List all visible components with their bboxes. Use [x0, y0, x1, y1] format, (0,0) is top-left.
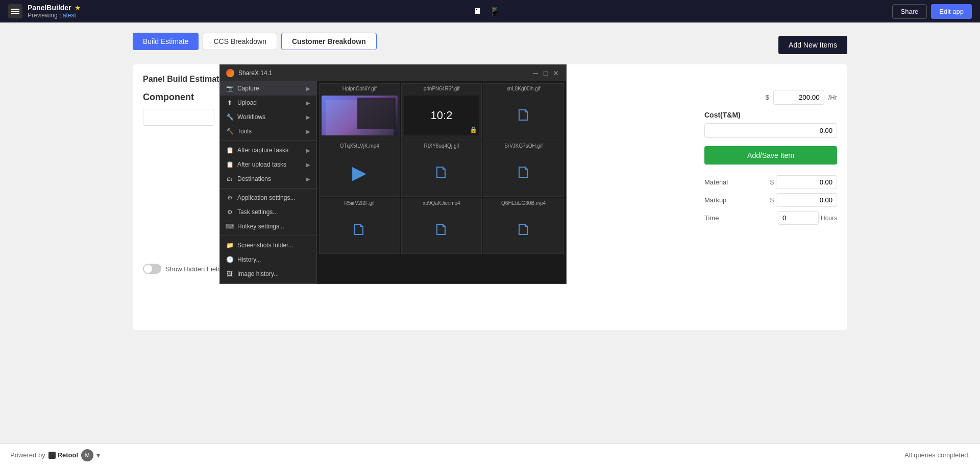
edit-app-button[interactable]: Edit app: [931, 4, 972, 19]
rate-input[interactable]: [773, 90, 824, 105]
workflows-icon: 🔧: [226, 113, 233, 121]
markup-dollar: $: [770, 196, 774, 204]
ccs-breakdown-button[interactable]: CCS Breakdown: [203, 33, 277, 50]
show-hidden-toggle[interactable]: [143, 264, 161, 274]
file-cell-6[interactable]: SrVJKG7sOH.gif 🗋: [483, 141, 564, 197]
markup-input[interactable]: [776, 193, 837, 207]
menu-image-history[interactable]: 🖼 Image history...: [220, 267, 316, 281]
folder-icon: 📁: [226, 242, 233, 249]
time-input[interactable]: [778, 211, 819, 225]
menu-after-capture[interactable]: 📋 After capture tasks ▶: [220, 143, 316, 157]
mobile-btn[interactable]: 📱: [487, 5, 502, 18]
retool-label: Retool: [58, 451, 78, 459]
menu-task-settings[interactable]: ⚙ Task settings...: [220, 205, 316, 219]
file-icon-9: 🗋: [516, 220, 532, 239]
file-name-3: xnL8Kg00lh.gif: [485, 86, 561, 91]
file-icon-6: 🗋: [516, 163, 532, 182]
app-logo: [8, 4, 22, 18]
preview-screenshot-2: 10:2 🔒: [404, 96, 480, 135]
menu-history[interactable]: 🕐 History...: [220, 252, 316, 267]
minimize-button[interactable]: ─: [531, 69, 540, 77]
add-new-items-button[interactable]: Add New Items: [778, 36, 847, 54]
file-name-4: OTqX5tLVjK.mp4: [322, 143, 398, 149]
sharex-menu: 📷 Capture ▶ ⬆ Upload ▶: [220, 81, 317, 284]
menu-workflows[interactable]: 🔧 Workflows ▶: [220, 110, 316, 124]
rate-dollar-sign: $: [765, 94, 769, 101]
file-icon-8: 🗋: [433, 220, 450, 239]
build-estimate-button[interactable]: Build Estimate: [133, 33, 199, 50]
hours-label: Hours: [821, 215, 837, 222]
sharex-title: ShareX 14.1: [238, 69, 273, 77]
markup-row: Markup $: [704, 193, 837, 207]
panel-card: Panel Build Estimator Component Show Hid…: [133, 64, 847, 330]
menu-after-upload[interactable]: 📋 After upload tasks ▶: [220, 157, 316, 172]
menu-screenshots-folder[interactable]: 📁 Screenshots folder...: [220, 238, 316, 252]
file-cell-2[interactable]: p4nPN64R5f.gif 10:2 🔒: [401, 83, 482, 139]
material-input[interactable]: [776, 175, 837, 189]
destinations-icon: 🗂: [226, 175, 233, 182]
file-cell-3[interactable]: xnL8Kg00lh.gif 🗋: [483, 83, 564, 139]
file-cell-7[interactable]: R5iirV2f2F.gif 🗋: [319, 198, 400, 254]
time-row: Time Hours: [704, 211, 837, 225]
customer-breakdown-button[interactable]: Customer Breakdown: [281, 33, 377, 50]
bottom-bar: Powered by Retool M ▾ All queries comple…: [0, 444, 980, 466]
file-name-1: HplpnCoNiY.gif: [322, 86, 398, 91]
menu-app-settings[interactable]: ⚙ Application settings...: [220, 191, 316, 205]
cost-tm-input[interactable]: [704, 123, 837, 138]
menu-destinations[interactable]: 🗂 Destinations ▶: [220, 172, 316, 186]
file-cell-9[interactable]: Q6HEbEG30B.mp4 🗋: [483, 198, 564, 254]
file-icon-5: 🗋: [433, 163, 450, 182]
toggle-label: Show Hidden Fields: [165, 265, 225, 273]
menu-upload[interactable]: ⬆ Upload ▶: [220, 96, 316, 110]
desktop-btn[interactable]: 🖥: [471, 5, 483, 18]
file-cell-5[interactable]: RtXY8uq4Qj.gif 🗋: [401, 141, 482, 197]
grid-row-3: R5iirV2f2F.gif 🗋 xp9QaKJicr.mp4 🗋: [319, 198, 564, 254]
add-save-item-button[interactable]: Add/Save Item: [704, 146, 837, 165]
material-label: Material: [704, 178, 728, 186]
latest-link[interactable]: Latest: [59, 12, 76, 19]
task-settings-icon: ⚙: [226, 208, 233, 216]
app-name: PanelBuilder: [28, 4, 71, 12]
file-name-7: R5iirV2f2F.gif: [322, 200, 398, 206]
material-row: Material $: [704, 175, 837, 189]
menu-tools[interactable]: 🔨 Tools ▶: [220, 124, 316, 138]
file-name-2: p4nPN64R5f.gif: [404, 86, 480, 91]
file-cell-1[interactable]: HplpnCoNiY.gif: [319, 83, 400, 139]
after-capture-icon: 📋: [226, 147, 233, 154]
menu-capture[interactable]: 📷 Capture ▶: [220, 81, 316, 96]
file-name-5: RtXY8uq4Qj.gif: [404, 143, 480, 149]
retool-logo-icon: [48, 452, 56, 459]
cost-tm-title: Cost(T&M): [704, 111, 837, 119]
file-icon-7: 🗋: [351, 220, 368, 239]
device-switcher: 🖥 📱: [471, 5, 502, 18]
sharex-body: 📷 Capture ▶ ⬆ Upload ▶: [220, 81, 566, 284]
sharex-file-grid: HplpnCoNiY.gif p4nPN64R5f.gif: [317, 81, 566, 284]
topbar: PanelBuilder ★ Previewing Latest 🖥 📱 Sha…: [0, 0, 980, 22]
app-settings-icon: ⚙: [226, 194, 233, 201]
file-cell-4[interactable]: OTqX5tLVjK.mp4 ▶: [319, 141, 400, 197]
svg-rect-0: [48, 452, 56, 459]
file-cell-8[interactable]: xp9QaKJicr.mp4 🗋: [401, 198, 482, 254]
maximize-button[interactable]: □: [542, 69, 550, 77]
main-content: Add New Items Panel Build Estimator Comp…: [0, 60, 980, 330]
file-icon-3: 🗋: [516, 106, 532, 125]
preview-subtitle: Previewing Latest: [28, 12, 81, 19]
file-name-9: Q6HEbEG30B.mp4: [485, 200, 561, 206]
powered-by: Powered by Retool M ▾: [10, 449, 100, 461]
component-search-input[interactable]: [143, 109, 214, 126]
app-name-group: PanelBuilder ★ Previewing Latest: [28, 4, 81, 19]
upload-icon: ⬆: [226, 99, 233, 106]
sharex-window: ShareX 14.1 ─ □ ✕ 📷 Capture ▶: [219, 64, 567, 284]
close-button[interactable]: ✕: [552, 69, 560, 77]
menu-hotkey-settings[interactable]: ⌨ Hotkey settings...: [220, 219, 316, 234]
capture-icon: 📷: [226, 85, 233, 92]
sharex-icon: [226, 69, 234, 77]
topbar-actions: Share Edit app: [892, 4, 972, 19]
grid-row-1: HplpnCoNiY.gif p4nPN64R5f.gif: [319, 83, 564, 139]
chevron-down-icon: ▾: [96, 451, 100, 459]
share-button[interactable]: Share: [892, 4, 927, 19]
material-dollar: $: [770, 178, 774, 186]
markup-label: Markup: [704, 196, 726, 204]
after-upload-icon: 📋: [226, 161, 233, 168]
hotkey-icon: ⌨: [226, 223, 233, 230]
